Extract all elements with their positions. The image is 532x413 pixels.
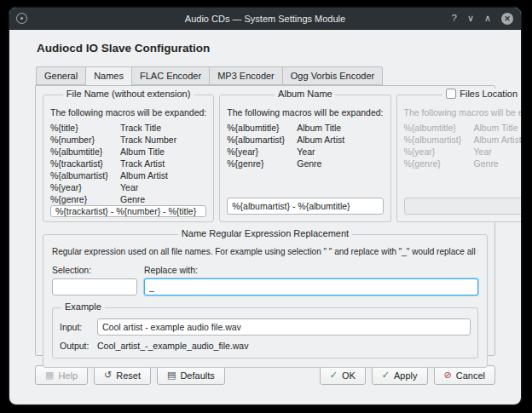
example-input-label: Input:	[60, 322, 97, 332]
macro-row: %{genre}Genre	[227, 158, 383, 169]
file-name-group: File Name (without extension) The follow…	[43, 95, 214, 222]
tab-mp3-encoder[interactable]: MP3 Encoder	[209, 66, 282, 85]
macro-row: %{albumtitle}Album Title	[227, 122, 383, 134]
files-location-checkbox[interactable]	[446, 89, 456, 99]
example-input-field[interactable]	[97, 318, 471, 336]
cancel-icon: ⊘	[444, 370, 452, 380]
macro-row: %{albumtitle}Album Title	[50, 146, 206, 158]
replace-with-label: Replace with:	[144, 265, 478, 275]
titlebar[interactable]: Audio CDs — System Settings Module ? ∨ ∧…	[9, 8, 521, 30]
ok-button[interactable]: ✓ OK	[320, 365, 366, 385]
macro-row: %{trackartist}Track Artist	[50, 158, 206, 169]
regex-group-title: Name Regular Expression Replacement	[178, 228, 352, 238]
example-output-label: Output:	[60, 341, 97, 351]
file-name-pattern-input[interactable]	[50, 205, 206, 217]
macro-row: %{number}Track Number	[50, 134, 206, 146]
files-location-pattern-input	[404, 198, 522, 215]
macro-row: %{genre}Genre	[50, 193, 206, 205]
page-title: Audiocd IO Slave Configuration	[37, 42, 495, 54]
shade-icon[interactable]: ∨	[467, 14, 474, 23]
replace-with-input[interactable]	[144, 278, 478, 295]
help-icon: ▦	[45, 370, 54, 380]
macro-row: %{genre}Genre	[404, 158, 522, 169]
macro-row: %{year}Year	[404, 146, 522, 158]
help-button: ▦ Help	[35, 365, 88, 385]
file-name-group-title: File Name (without extension)	[63, 89, 194, 99]
selection-label: Selection:	[52, 265, 137, 275]
apply-icon: ✓	[382, 370, 390, 380]
example-group: Example Input: Output: Cool_artist_-_exa…	[52, 307, 478, 359]
macro-row: %{albumartist}Album Artist	[227, 134, 383, 146]
maximize-icon[interactable]: ∧	[484, 14, 491, 23]
defaults-button[interactable]: ▤ Defaults	[157, 365, 225, 385]
names-tab-panel: File Name (without extension) The follow…	[35, 85, 495, 356]
album-name-group-title: Album Name	[275, 89, 336, 99]
help-window-icon[interactable]: ?	[452, 14, 457, 23]
macro-row: %{albumtitle}Album Title	[404, 122, 522, 134]
example-group-title: Example	[61, 301, 105, 312]
cancel-button[interactable]: ⊘ Cancel	[434, 365, 495, 385]
settings-window: Audio CDs — System Settings Module ? ∨ ∧…	[9, 7, 522, 405]
macro-intro: The following macros will be expanded:	[404, 107, 522, 118]
macro-row: %{year}Year	[50, 181, 206, 193]
macro-row: %{albumartist}Album Artist	[50, 169, 206, 181]
album-name-group: Album Name The following macros will be …	[219, 95, 390, 222]
macro-row: %{year}Year	[227, 146, 383, 158]
tab-general[interactable]: General	[36, 66, 85, 85]
reset-icon: ↺	[104, 370, 112, 380]
reset-button[interactable]: ↺ Reset	[94, 365, 151, 385]
album-name-pattern-input[interactable]	[227, 198, 383, 215]
macro-row: %{title}Track Title	[50, 122, 206, 134]
regex-replacement-group: Name Regular Expression Replacement Regu…	[43, 234, 488, 368]
files-location-group: Files Location The following macros will…	[396, 95, 522, 222]
regex-description: Regular expression used on all file name…	[52, 247, 478, 256]
app-icon	[16, 13, 27, 24]
defaults-icon: ▤	[167, 370, 176, 380]
macro-intro: The following macros will be expanded:	[50, 107, 206, 118]
ok-icon: ✓	[330, 370, 338, 380]
apply-button[interactable]: ✓ Apply	[372, 365, 428, 385]
tab-flac-encoder[interactable]: FLAC Encoder	[131, 66, 209, 85]
macro-intro: The following macros will be expanded:	[227, 107, 383, 118]
window-title: Audio CDs — System Settings Module	[9, 14, 521, 24]
tab-ogg-vorbis-encoder[interactable]: Ogg Vorbis Encoder	[282, 66, 383, 85]
macro-row: %{albumartist}Album Artist	[404, 134, 522, 146]
tab-names[interactable]: Names	[85, 66, 131, 86]
tab-bar: General Names FLAC Encoder MP3 Encoder O…	[35, 66, 495, 85]
example-output-value: Cool_artist_-_example_audio_file.wav	[97, 341, 248, 351]
dialog-button-row: ▦ Help ↺ Reset ▤ Defaults ✓ OK ✓ Apply ⊘	[35, 365, 495, 385]
selection-input[interactable]	[52, 278, 137, 295]
close-icon[interactable]: ✕	[501, 13, 513, 25]
files-location-group-title: Files Location	[460, 89, 518, 99]
